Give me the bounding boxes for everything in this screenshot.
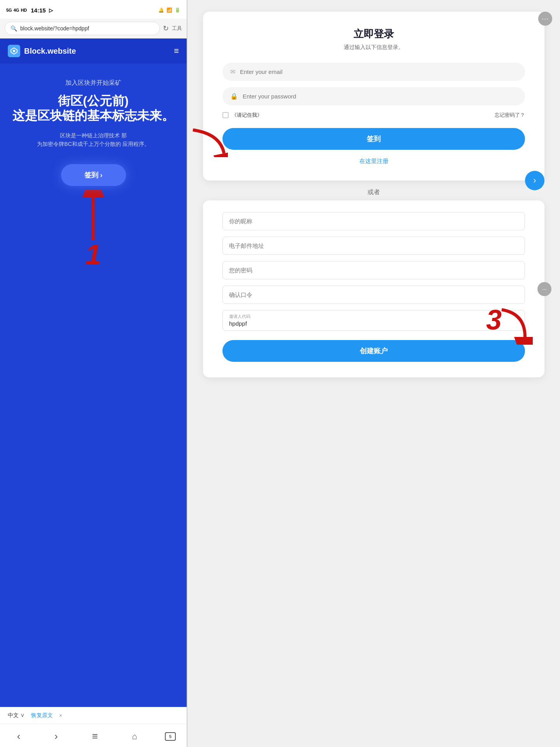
signal-4g: 4G [14, 8, 19, 12]
annotation-1: 1 [86, 240, 101, 268]
nickname-input[interactable] [222, 212, 525, 230]
chevron-icon: › [533, 175, 536, 186]
arrow-1-wrap: 1 [9, 190, 177, 268]
create-account-button[interactable]: 创建账户 [222, 340, 525, 362]
menu-button[interactable]: ≡ [86, 729, 104, 744]
register-card: ··· 邀请人代码 hpdppf 3 创 [203, 200, 544, 377]
invite-code-label: 邀请人代码 [229, 314, 518, 319]
hero-subtitle: 加入区块并开始采矿 [9, 79, 177, 87]
search-icon: 🔍 [10, 25, 17, 32]
play-icon: ▷ [49, 7, 53, 13]
browser-chrome: 🔍 block.website/?code=hpdppf ↻ 工具 [0, 19, 187, 39]
or-text: 或者 [368, 188, 380, 196]
remember-checkbox[interactable] [222, 112, 229, 118]
hero-title: 街区(公元前)这是区块链的基本标志未来。 [9, 93, 177, 123]
forgot-password-link[interactable]: 忘记密码了？ [495, 112, 525, 119]
annotation-2-wrap: 2 [187, 126, 228, 157]
login-subtitle: 通过输入以下信息登录。 [222, 44, 525, 51]
right-panel: ··· 2 立即登录 通过输入以下信息登录。 ✉ 🔒 [187, 0, 560, 747]
hamburger-icon[interactable]: ≡ [174, 46, 179, 56]
register-link[interactable]: 在这里注册 [222, 158, 525, 165]
reload-button[interactable]: ↻ [163, 24, 169, 33]
form-options: 《请记住我》 忘记密码了？ [222, 112, 525, 119]
bottom-nav: ‹ › ≡ ⌂ 5 [0, 724, 187, 747]
hero-signin-button[interactable]: 签到 › [61, 164, 126, 186]
email-icon: ✉ [230, 68, 235, 75]
password-input[interactable] [243, 93, 517, 100]
translation-lang[interactable]: 中文 ∨ [8, 712, 25, 719]
signin-button[interactable]: 签到 [222, 128, 525, 150]
arrow-up-icon [78, 190, 109, 240]
translation-bar: 中文 ∨ 恢复原文 × [0, 707, 187, 724]
website-content: Block.website ≡ 加入区块并开始采矿 街区(公元前)这是区块链的基… [0, 39, 187, 707]
logo-icon [8, 45, 20, 57]
status-icons: 🔔 📶 🔋 [158, 7, 180, 13]
site-logo: Block.website [8, 45, 76, 57]
svg-point-1 [13, 50, 15, 52]
password-field-wrap[interactable]: 🔒 [222, 87, 525, 105]
more-button-top[interactable]: ··· [538, 12, 552, 26]
tools-button[interactable]: 工具 [172, 25, 182, 32]
lock-icon: 🔒 [230, 93, 238, 100]
login-card: 2 立即登录 通过输入以下信息登录。 ✉ 🔒 [203, 12, 544, 181]
confirm-password-input[interactable] [222, 286, 525, 304]
or-divider: 或者 [187, 181, 560, 200]
hero-section: 加入区块并开始采矿 街区(公元前)这是区块链的基本标志未来。 区块是一种链上治理… [0, 63, 187, 707]
remember-wrap: 《请记住我》 [222, 112, 262, 119]
email-input[interactable] [240, 68, 517, 75]
left-panel: 5G 4G HD 14:15 ▷ 🔔 📶 🔋 🔍 block.website/?… [0, 0, 187, 747]
address-bar[interactable]: 🔍 block.website/?code=hpdppf [5, 22, 160, 35]
close-translation-button[interactable]: × [59, 712, 62, 719]
login-title: 立即登录 [222, 27, 525, 41]
signal-icon: 5G [6, 8, 12, 12]
status-time: 14:15 [31, 7, 46, 14]
invite-code-value: hpdppf [229, 320, 247, 327]
status-bar: 5G 4G HD 14:15 ▷ 🔔 📶 🔋 [0, 0, 187, 19]
alarm-icon: 🔔 [158, 7, 164, 13]
url-text: block.website/?code=hpdppf [20, 25, 89, 32]
email-field-wrap[interactable]: ✉ [222, 63, 525, 81]
annotation-3: 3 [486, 306, 502, 334]
battery-icon: 🔋 [175, 7, 180, 13]
signal-hd: HD [21, 8, 27, 12]
blue-circle-btn[interactable]: › [525, 171, 544, 190]
hero-btn-wrap: 签到 › [61, 164, 126, 186]
arrow-2-icon [189, 126, 228, 157]
reg-password-input[interactable] [222, 261, 525, 279]
home-button[interactable]: ⌂ [126, 730, 143, 743]
annotation-3-wrap: 3 [494, 306, 533, 346]
hero-desc: 区块是一种链上治理技术 那 为加密令牌BC和成千上万个分散的 应用程序。 [9, 131, 177, 149]
restore-button[interactable]: 恢复原文 [31, 712, 53, 719]
site-nav: Block.website ≡ [0, 39, 187, 63]
more-button-register[interactable]: ··· [537, 282, 551, 296]
wifi-icon: 📶 [166, 7, 172, 13]
status-signal: 5G 4G HD 14:15 ▷ [6, 7, 53, 14]
invite-code-wrap[interactable]: 邀请人代码 hpdppf [222, 310, 525, 331]
reg-email-input[interactable] [222, 237, 525, 255]
logo-text: Block.website [24, 47, 76, 56]
back-button[interactable]: ‹ [11, 729, 27, 744]
remember-label: 《请记住我》 [232, 112, 262, 119]
forward-button[interactable]: › [48, 729, 64, 744]
tabs-button[interactable]: 5 [165, 732, 176, 741]
